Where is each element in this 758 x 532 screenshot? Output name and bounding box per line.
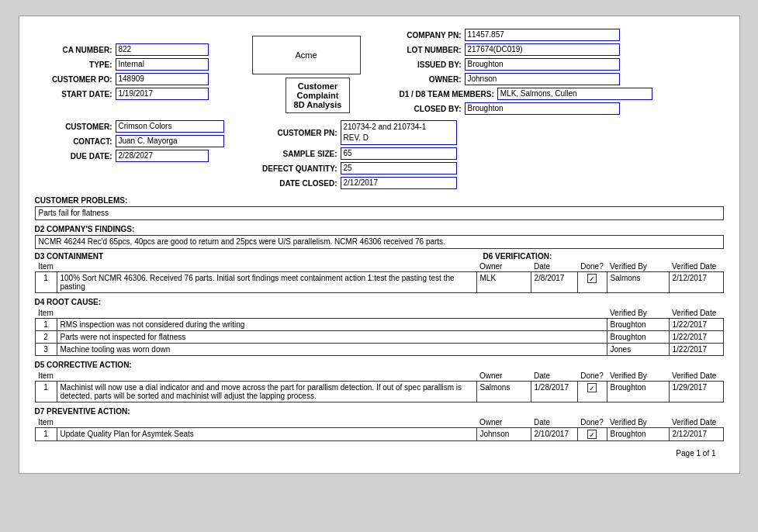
- d3-col-done: Done?: [577, 261, 607, 272]
- d2-findings-content: NCMR 46244 Rec'd 65pcs, 40pcs are good t…: [35, 235, 724, 249]
- d7-col-description: [57, 417, 476, 428]
- d4-col-item: Item: [35, 308, 57, 319]
- d3-col-description: [57, 261, 476, 272]
- lot-number-row: LOT NUMBER: 217674(DC019): [400, 43, 724, 56]
- d3-table: Item Owner Date Done? Verified By Verifi…: [35, 261, 724, 293]
- owner-label: OWNER:: [400, 75, 462, 84]
- defect-qty-label: DEFECT QUANTITY:: [252, 164, 337, 173]
- d7-col-verified-date: Verified Date: [669, 417, 723, 428]
- closed-by-row: CLOSED BY: Broughton: [400, 102, 724, 115]
- d1d8-value: MLK, Salmons, Cullen: [497, 88, 652, 100]
- right-header-fields: COMPANY PN: 11457.857 LOT NUMBER: 217674…: [384, 29, 724, 117]
- type-label: TYPE:: [35, 60, 112, 69]
- closed-by-label: CLOSED BY:: [400, 105, 462, 113]
- sample-size-label: SAMPLE SIZE:: [252, 150, 337, 158]
- contact-row: CONTACT: Juan C. Mayorga: [35, 135, 229, 147]
- issued-by-value: Broughton: [465, 58, 620, 71]
- date-closed-row: DATE CLOSED: 2/12/2017: [252, 177, 457, 189]
- report-title-box: CustomerComplaint8D Analysis: [286, 78, 351, 113]
- d3-col-owner: Owner: [476, 261, 531, 272]
- d5-row1-date: 1/28/2017: [531, 382, 577, 402]
- d4-table: Item Verified By Verified Date 1 RMS ins…: [35, 308, 724, 356]
- mid-header-fields: CUSTOMER: Crimson Colors CONTACT: Juan C…: [35, 120, 724, 192]
- mid-left-fields: CUSTOMER: Crimson Colors CONTACT: Juan C…: [35, 120, 229, 192]
- d1d8-label: D1 / D8 TEAM MEMBERS:: [400, 90, 494, 98]
- customer-pn-row: CUSTOMER PN: 210734-2 and 210734-1REV. D: [252, 120, 457, 145]
- d7-row1-owner: Johnson: [476, 428, 531, 441]
- d4-row2-description: Parts were not inspected for flatness: [57, 331, 607, 344]
- d5-col-owner: Owner: [476, 371, 531, 382]
- d5-col-date: Date: [531, 371, 577, 382]
- company-name: Acme: [295, 50, 317, 60]
- table-row: 2 Parts were not inspected for flatness …: [35, 331, 723, 344]
- d3-row1-done: ✓: [577, 272, 607, 293]
- main-page: CA NUMBER: 822 TYPE: Internal CUSTOMER P…: [19, 16, 740, 474]
- d7-col-item: Item: [35, 417, 57, 428]
- checkbox-icon: ✓: [587, 383, 597, 392]
- closed-by-value: Broughton: [465, 102, 620, 115]
- top-header: CA NUMBER: 822 TYPE: Internal CUSTOMER P…: [35, 29, 724, 117]
- table-row: 1 Update Quality Plan for Asymtek Seats …: [35, 428, 723, 441]
- d4-row1-verified-by: Broughton: [607, 319, 669, 331]
- d3-row1-owner: MLK: [476, 272, 531, 293]
- customer-po-label: CUSTOMER PO:: [35, 75, 112, 84]
- d3-row1-item: 1: [35, 272, 57, 293]
- checkbox-icon: ✓: [587, 430, 597, 439]
- d7-row1-item: 1: [35, 428, 57, 441]
- d3-row1-verified-by: Salmons: [607, 272, 669, 293]
- d6-label: D6 VERIFICATION:: [483, 252, 724, 261]
- d4-row2-item: 2: [35, 331, 57, 344]
- customer-pn-value: 210734-2 and 210734-1REV. D: [341, 120, 457, 145]
- d1d8-row: D1 / D8 TEAM MEMBERS: MLK, Salmons, Cull…: [400, 88, 724, 100]
- lot-number-value: 217674(DC019): [465, 43, 620, 56]
- d3-row1-verified-date: 2/12/2017: [669, 272, 723, 293]
- d3-col-verified-date: Verified Date: [669, 261, 723, 272]
- company-pn-value: 11457.857: [465, 29, 620, 41]
- d7-label: D7 PREVENTIVE ACTION:: [35, 407, 724, 416]
- d5-row1-done: ✓: [577, 382, 607, 402]
- issued-by-label: ISSUED BY:: [400, 60, 462, 69]
- d4-row1-description: RMS inspection was not considered during…: [57, 319, 607, 331]
- ca-number-value: 822: [116, 43, 209, 56]
- table-row: 3 Machine tooling was worn down Jones 1/…: [35, 344, 723, 356]
- due-date-label: DUE DATE:: [35, 152, 112, 161]
- checkbox-icon: ✓: [587, 274, 597, 283]
- d4-col-verified-date: Verified Date: [669, 308, 723, 319]
- customer-problems-header: CUSTOMER PROBLEMS:: [35, 196, 724, 205]
- mid-center-fields: CUSTOMER PN: 210734-2 and 210734-1REV. D…: [237, 120, 457, 192]
- type-value: Internal: [116, 58, 209, 71]
- d5-col-verified-date: Verified Date: [669, 371, 723, 382]
- table-row: 1 100% Sort NCMR 46306. Received 76 part…: [35, 272, 723, 293]
- due-date-row: DUE DATE: 2/28/2027: [35, 150, 229, 162]
- d7-table: Item Owner Date Done? Verified By Verifi…: [35, 417, 724, 441]
- d3-col-date: Date: [531, 261, 577, 272]
- d5-col-item: Item: [35, 371, 57, 382]
- d3-row1-date: 2/8/2017: [531, 272, 577, 293]
- ca-number-label: CA NUMBER:: [35, 46, 112, 54]
- d4-row3-item: 3: [35, 344, 57, 356]
- defect-qty-value: 25: [341, 162, 457, 174]
- owner-value: Johnson: [465, 73, 620, 85]
- d7-col-date: Date: [531, 417, 577, 428]
- date-closed-value: 2/12/2017: [341, 177, 457, 189]
- company-pn-label: COMPANY PN:: [400, 31, 462, 40]
- table-row: 1 Machinist will now use a dial indicato…: [35, 382, 723, 402]
- d5-row1-owner: Salmons: [476, 382, 531, 402]
- d5-table: Item Owner Date Done? Verified By Verifi…: [35, 371, 724, 402]
- d7-col-owner: Owner: [476, 417, 531, 428]
- page-number: Page 1 of 1: [676, 449, 715, 458]
- d5-row1-verified-date: 1/29/2017: [669, 382, 723, 402]
- d5-row1-description: Machinist will now use a dial indicator …: [57, 382, 476, 402]
- d5-col-done: Done?: [577, 371, 607, 382]
- contact-value: Juan C. Mayorga: [116, 135, 224, 147]
- type-row: TYPE: Internal: [35, 58, 229, 71]
- d2-findings-header: D2 COMPANY'S FINDINGS:: [35, 225, 724, 233]
- owner-row: OWNER: Johnson: [400, 73, 724, 85]
- company-pn-row: COMPANY PN: 11457.857: [400, 29, 724, 41]
- d4-row3-verified-date: 1/22/2017: [669, 344, 723, 356]
- d4-row1-verified-date: 1/22/2017: [669, 319, 723, 331]
- d4-col-verified-by: Verified By: [607, 308, 669, 319]
- d7-row1-description: Update Quality Plan for Asymtek Seats: [57, 428, 476, 441]
- d5-label: D5 CORRECTIVE ACTION:: [35, 361, 724, 369]
- lot-number-label: LOT NUMBER:: [400, 46, 462, 54]
